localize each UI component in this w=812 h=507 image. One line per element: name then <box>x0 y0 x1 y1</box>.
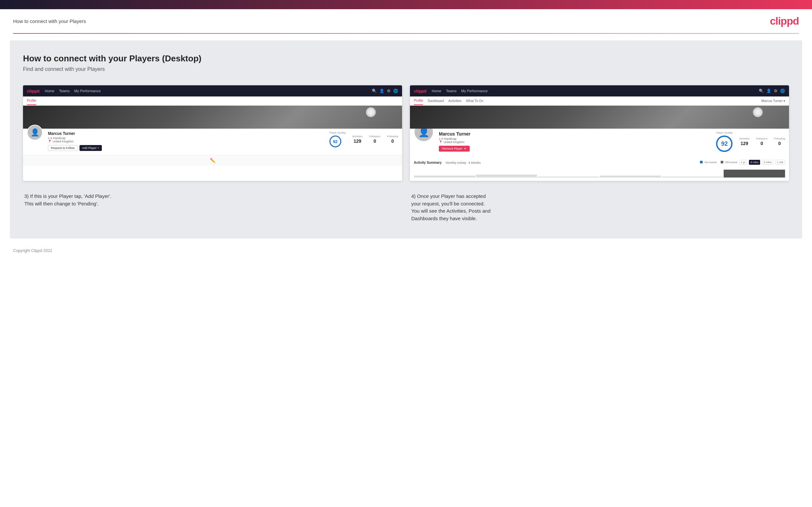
app-nav-left: clippd Home Teams My Performance 🔍 👤 ⚙ 🌐 <box>23 85 402 97</box>
activity-title: Activity Summary <box>414 161 442 164</box>
user-icon-right[interactable]: 👤 <box>766 89 771 93</box>
nav-icons-right: 🔍 👤 ⚙ 🌐 <box>759 89 785 93</box>
profile-actions-left: Request to Follow Add Player + <box>48 145 324 151</box>
avatar-icon-left: 👤 <box>31 128 39 137</box>
subnav-dashboard-right[interactable]: Dashboard <box>428 97 444 105</box>
profile-location-left: 📍 United Kingdom <box>48 140 324 143</box>
breadcrumb: How to connect with your Players <box>13 18 86 24</box>
description-left: 3) If this is your Player tap, 'Add Play… <box>23 192 402 222</box>
add-player-button[interactable]: Add Player + <box>80 145 102 151</box>
nav-home-left[interactable]: Home <box>45 88 54 94</box>
pq-circle-left: 92 <box>329 135 341 147</box>
activity-controls: On course Off course 1 yr 6 mths 3 mths … <box>700 160 785 165</box>
activity-header: Activity Summary Monthly Activity · 6 Mo… <box>414 159 785 165</box>
player-quality-right: Player Quality 92 <box>716 131 732 152</box>
legend-offcourse-label: Off course <box>725 161 738 164</box>
page-subheading: Find and connect with your Players <box>23 66 789 72</box>
app-nav-right: clippd Home Teams My Performance 🔍 👤 ⚙ 🌐 <box>410 85 789 97</box>
nav-home-right[interactable]: Home <box>432 88 441 94</box>
app-logo-right: clippd <box>414 89 426 94</box>
profile-handicap-left: 1-5 Handicap <box>48 136 324 140</box>
chart-bar-5 <box>662 177 723 177</box>
globe-icon-right[interactable]: 🌐 <box>780 89 785 93</box>
activity-title-block: Activity Summary Monthly Activity · 6 Mo… <box>414 159 480 165</box>
profile-banner-left <box>23 106 402 129</box>
app-subnav-left: Profile <box>23 97 402 106</box>
descriptions-row: 3) If this is your Player tap, 'Add Play… <box>23 192 789 222</box>
avatar-left: 👤 <box>27 125 43 140</box>
screenshot-left: clippd Home Teams My Performance 🔍 👤 ⚙ 🌐… <box>23 85 402 181</box>
nav-myperformance-right[interactable]: My Performance <box>461 88 488 94</box>
subnav-activities-right[interactable]: Activities <box>448 97 461 105</box>
settings-icon-left[interactable]: ⚙ <box>387 89 391 93</box>
main-content: How to connect with your Players (Deskto… <box>10 40 802 238</box>
footer: Copyright Clippd 2022 <box>0 245 812 256</box>
time-filter-1yr[interactable]: 1 yr <box>740 160 747 165</box>
profile-details-left: Marcus Turner 1-5 Handicap 📍 United King… <box>48 131 324 151</box>
stat-followers-right: Followers 0 <box>756 137 767 146</box>
app-logo-left: clippd <box>27 89 39 94</box>
nav-teams-right[interactable]: Teams <box>446 88 457 94</box>
edit-icon-left: ✏️ <box>210 158 215 163</box>
user-icon-left[interactable]: 👤 <box>379 89 384 93</box>
profile-stats-right: Player Quality 92 Activities 129 Followe… <box>716 131 785 152</box>
profile-handicap-right: 1-5 Handicap <box>439 137 711 140</box>
header: How to connect with your Players clippd <box>0 9 812 33</box>
profile-stats-left: Player Quality 92 Activities 129 Followe… <box>329 131 398 147</box>
legend-oncourse-dot <box>700 161 703 163</box>
nav-icons-left: 🔍 👤 ⚙ 🌐 <box>372 89 398 93</box>
pq-circle-right: 92 <box>716 135 732 152</box>
profile-info-left: 👤 Marcus Turner 1-5 Handicap 📍 United Ki… <box>23 129 402 155</box>
legend-offcourse-dot <box>721 161 723 163</box>
settings-icon-right[interactable]: ⚙ <box>774 89 777 93</box>
header-divider <box>13 33 799 34</box>
legend-oncourse-label: On course <box>705 161 717 164</box>
profile-banner-right <box>410 106 789 129</box>
globe-icon-left[interactable]: 🌐 <box>393 89 398 93</box>
subnav-profile-right[interactable]: Profile <box>414 97 423 105</box>
location-pin-icon-left: 📍 <box>48 140 52 143</box>
top-bar <box>0 0 812 9</box>
profile-info-right: 👤 Marcus Turner 1-5 Handicap 📍 United Ki… <box>410 129 789 156</box>
description-left-text: 3) If this is your Player tap, 'Add Play… <box>24 192 401 208</box>
request-follow-button[interactable]: Request to Follow <box>48 145 78 151</box>
chart-bar-4 <box>600 176 661 177</box>
stat-following-right: Following 0 <box>774 137 785 146</box>
time-filter-6mths[interactable]: 6 mths <box>749 160 760 165</box>
stat-activities-left: Activities 129 <box>352 135 363 144</box>
screenshot-right: clippd Home Teams My Performance 🔍 👤 ⚙ 🌐… <box>410 85 789 181</box>
page-heading: How to connect with your Players (Deskto… <box>23 54 789 64</box>
clippd-logo: clippd <box>770 15 799 27</box>
profile-details-right: Marcus Turner 1-5 Handicap 📍 United King… <box>439 131 711 152</box>
description-right-text: 4) Once your Player has acceptedyour req… <box>411 192 788 222</box>
subnav-profile-left[interactable]: Profile <box>27 97 36 105</box>
activity-summary: Activity Summary Monthly Activity · 6 Mo… <box>410 156 789 181</box>
stat-following-left: Following 0 <box>387 135 398 144</box>
profile-name-right: Marcus Turner <box>439 131 711 136</box>
close-icon-remove: ✕ <box>464 147 466 150</box>
screenshots-row: clippd Home Teams My Performance 🔍 👤 ⚙ 🌐… <box>23 85 789 181</box>
chart-bar-1 <box>414 176 475 177</box>
subnav-whattoworkon-right[interactable]: What To On <box>466 97 484 105</box>
description-right: 4) Once your Player has acceptedyour req… <box>410 192 789 222</box>
location-pin-icon-right: 📍 <box>439 140 443 144</box>
profile-location-right: 📍 United Kingdom <box>439 140 711 144</box>
time-filter-1mth[interactable]: 1 mth <box>775 160 785 165</box>
chart-bar-2 <box>476 175 538 177</box>
activity-chart <box>414 168 785 177</box>
search-icon-left[interactable]: 🔍 <box>372 89 377 93</box>
profile-name-left: Marcus Turner <box>48 131 324 136</box>
stat-activities-right: Activities 129 <box>739 137 750 146</box>
nav-teams-left[interactable]: Teams <box>59 88 70 94</box>
copyright-text: Copyright Clippd 2022 <box>13 248 52 253</box>
remove-player-button[interactable]: Remove Player ✕ <box>439 146 470 152</box>
time-filter-3mths[interactable]: 3 mths <box>762 160 773 165</box>
stat-followers-left: Followers 0 <box>369 135 380 144</box>
activity-subtitle: Monthly Activity · 6 Months <box>446 161 481 164</box>
nav-myperformance-left[interactable]: My Performance <box>74 88 101 94</box>
search-icon-right[interactable]: 🔍 <box>759 89 764 93</box>
subnav-user-right[interactable]: Marcus Turner ▾ <box>761 99 785 103</box>
chart-bar-6 <box>724 170 785 177</box>
screenshot-bottom-left: ✏️ <box>23 155 402 166</box>
chart-bar-3 <box>538 177 599 177</box>
